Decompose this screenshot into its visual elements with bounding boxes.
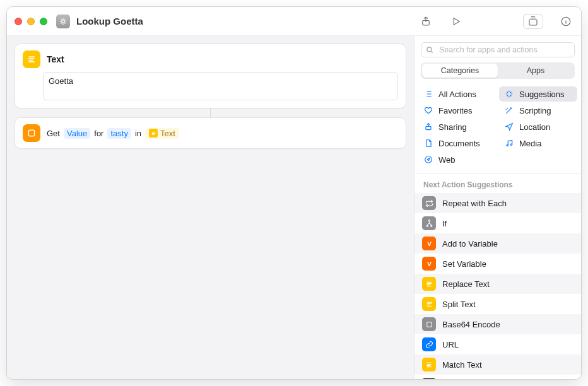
category-all-actions[interactable]: All Actions [418,86,497,102]
category-media[interactable]: Media [499,136,577,151]
var-icon [422,237,436,250]
var-icon [422,257,436,271]
section-title: Next Action Suggestions [415,174,581,193]
library-toggle-icon[interactable] [523,14,543,29]
text-icon [422,358,436,371]
share-icon[interactable] [418,14,433,29]
svg-point-7 [507,144,508,146]
category-suggestions[interactable]: Suggestions [499,86,577,102]
category-label: All Actions [438,90,476,99]
run-icon[interactable] [449,14,464,29]
action-title: Text [47,54,64,64]
categories-grid: All Actions Suggestions Favorites Script… [415,85,581,174]
svg-point-0 [62,20,65,23]
category-label: Suggestions [519,90,565,99]
suggestion-set-variable[interactable]: Set Variable [415,254,581,274]
suggestion-if[interactable]: If [415,213,581,233]
category-documents[interactable]: Documents [418,136,497,151]
category-label: Location [519,122,550,132]
library-tabs: Categories Apps [421,62,575,79]
word-in: in [135,129,141,138]
suggestion-label: Split Text [442,300,476,309]
category-label: Scripting [519,106,551,115]
suggestion-url[interactable]: URL [415,334,581,354]
sparkle-icon [504,89,514,99]
category-location[interactable]: Location [499,119,577,134]
action-library: Categories Apps All Actions Suggestions … [414,36,581,379]
svg-point-5 [427,47,432,52]
info-icon[interactable] [558,14,573,29]
minimize-window-button[interactable] [27,18,35,25]
app-window: Lookup Goetta [6,6,582,380]
category-label: Web [438,155,456,165]
category-scripting[interactable]: Scripting [499,103,577,118]
category-label: Documents [438,139,480,148]
suggestion-set-name[interactable]: Set Name [415,375,581,380]
tab-categories[interactable]: Categories [422,64,498,78]
suggestion-label: Repeat with Each [442,199,507,208]
suggestion-add-to-variable[interactable]: Add to Variable [415,233,581,254]
wand-icon [504,105,514,115]
workflow-editor[interactable]: Text Goetta Get Value for tasty [7,36,414,379]
svg-rect-4 [28,130,34,136]
text-action-icon [23,50,40,68]
suggestion-replace-text[interactable]: Replace Text [415,274,581,294]
svg-rect-6 [426,126,431,129]
suggestion-label: Replace Text [442,279,490,289]
text-chip-icon [149,129,158,137]
category-favorites[interactable]: Favorites [418,103,497,118]
category-web[interactable]: Web [418,152,497,167]
svg-point-11 [430,225,432,226]
location-icon [504,122,514,132]
shortcut-icon [56,15,70,28]
search-icon [425,45,434,54]
word-for: for [94,129,103,138]
box-icon [422,317,436,331]
svg-point-9 [425,156,432,163]
param-input-chip[interactable]: Text [145,128,179,139]
heart-icon [423,105,433,115]
repeat-icon [422,196,436,210]
link-icon [422,337,436,351]
suggestion-label: Set Variable [442,259,486,269]
suggestion-repeat-with-each[interactable]: Repeat with Each [415,193,581,213]
compass-icon [423,155,433,165]
suggestion-match-text[interactable]: Match Text [415,354,581,375]
svg-rect-13 [426,322,432,327]
suggestion-label: URL [442,340,459,349]
suggestion-label: Base64 Encode [442,320,500,329]
category-label: Favorites [438,106,472,115]
share-icon [423,122,433,132]
suggestion-label: Match Text [442,360,482,370]
text-action-input[interactable]: Goetta [43,72,398,100]
suggestion-split-text[interactable]: Split Text [415,294,581,314]
close-window-button[interactable] [15,18,22,25]
param-input-label: Text [160,129,175,138]
search-input[interactable] [438,45,570,55]
music-icon [504,138,514,148]
document-icon [423,138,433,148]
suggestion-label: Add to Variable [442,239,498,249]
connector [15,108,406,117]
param-value[interactable]: Value [64,128,90,139]
word-get: Get [47,129,60,138]
text-icon [422,297,436,311]
zoom-window-button[interactable] [40,18,47,25]
search-field[interactable] [421,42,575,57]
svg-rect-2 [529,20,537,25]
suggestion-base64-encode[interactable]: Base64 Encode [415,314,581,334]
svg-point-8 [510,144,512,145]
param-key[interactable]: tasty [107,128,131,139]
branch-icon [422,216,436,230]
action-text[interactable]: Text Goetta [15,44,406,108]
action-get-dictionary-value[interactable]: Get Value for tasty in Text [15,117,406,149]
tab-apps[interactable]: Apps [498,64,573,78]
shortcut-title: Lookup Goetta [76,16,143,26]
rename-icon [422,378,436,380]
content: Text Goetta Get Value for tasty [7,36,581,379]
titlebar: Lookup Goetta [7,7,581,36]
category-label: Sharing [438,122,467,132]
window-controls [15,18,47,25]
category-sharing[interactable]: Sharing [418,119,497,134]
list-icon [423,89,433,99]
